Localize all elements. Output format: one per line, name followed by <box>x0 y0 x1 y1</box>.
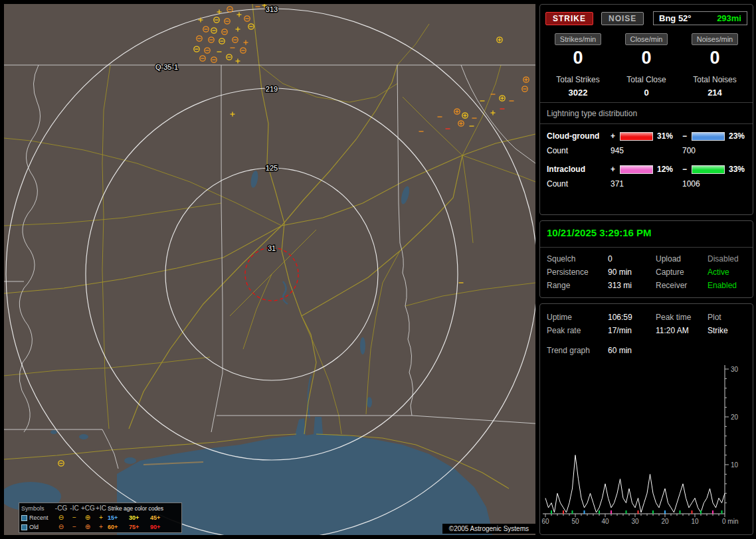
age-45: 45+ <box>150 513 174 522</box>
count-label: Count <box>547 146 611 155</box>
cg-positive-count: 945 <box>611 146 654 155</box>
bearing-label: Bng 52° <box>659 13 692 23</box>
upload-status: Disabled <box>708 252 746 266</box>
legend-old-label: Old <box>29 524 39 530</box>
neg-cg-symbol: ⊖ <box>54 513 68 522</box>
legend-symbols-header: Symbols <box>21 504 54 513</box>
intracloud-count-row: Count 371 1006 <box>540 177 753 191</box>
pos-ic-symbol: + <box>94 513 108 522</box>
upload-label: Upload <box>656 252 708 266</box>
squelch-label: Squelch <box>547 252 608 266</box>
settings-row-squelch: Squelch 0 Upload Disabled <box>540 252 753 266</box>
squelch-value: 0 <box>608 252 656 266</box>
ring-label-125: 125 <box>266 164 278 172</box>
noises-per-min-value: 0 <box>681 48 749 68</box>
peak-time-value: 11:20 AM <box>656 324 708 337</box>
noises-per-min-counter: Noises/min 0 Total Noises 214 <box>681 33 749 98</box>
status-row-uptime: Uptime 106:59 Peak time Plot <box>540 304 753 324</box>
noise-mode-button[interactable]: NOISE <box>601 12 644 25</box>
legend-row-recent: Recent ⊖ − ⊕ + 15+ 30+ 45+ <box>21 513 179 522</box>
peak-rate-value: 17/min <box>608 324 656 337</box>
range-value: 313 mi <box>608 279 656 292</box>
strikes-per-min-chip[interactable]: Strikes/min <box>555 33 601 45</box>
bearing-display: Bng 52° 293mi <box>653 11 747 25</box>
control-panel: STRIKE NOISE Bng 52° 293mi Strikes/min 0… <box>539 4 753 535</box>
settings-group: 10/21/2025 3:29:16 PM Squelch 0 Upload D… <box>539 220 753 298</box>
divider <box>540 247 753 248</box>
bearing-range: 293mi <box>717 13 741 23</box>
settings-row-persistence: Persistence 90 min Capture Active <box>540 266 753 279</box>
minus-sign: − <box>682 165 692 174</box>
copyright-notice: ©2005 Astrogenic Systems <box>442 524 535 534</box>
svg-text:60: 60 <box>541 518 549 525</box>
count-label: Count <box>547 179 611 189</box>
legend-col-pos-cg: +CG <box>81 504 94 513</box>
persistence-value: 90 min <box>608 266 656 279</box>
receiver-status: Enabled <box>708 279 746 292</box>
plus-sign: + <box>611 165 620 174</box>
cg-negative-count: 700 <box>682 146 726 155</box>
ic-positive-pct: 12% <box>654 165 682 174</box>
noises-per-min-chip[interactable]: Noises/min <box>692 33 738 45</box>
age-75: 75+ <box>129 522 150 532</box>
ic-negative-count: 1006 <box>682 179 726 189</box>
cg-negative-pct: 23% <box>726 131 746 141</box>
close-per-min-chip[interactable]: Close/min <box>625 33 668 45</box>
total-close-value: 0 <box>613 88 680 98</box>
map-canvas[interactable]: 313 219 125 31 Q-35-1 <box>4 4 535 535</box>
distribution-title: Lightning type distribution <box>540 108 753 119</box>
station-label: Q-35-1 <box>155 63 178 71</box>
neg-ic-symbol: − <box>68 513 81 522</box>
divider <box>540 123 753 124</box>
svg-text:10: 10 <box>731 461 739 469</box>
trend-group: Uptime 106:59 Peak time Plot Peak rate 1… <box>539 303 753 535</box>
plot-label: Plot <box>708 311 746 324</box>
persistence-label: Persistence <box>547 266 608 279</box>
capture-label: Capture <box>656 266 708 279</box>
close-per-min-value: 0 <box>613 48 680 68</box>
legend-col-neg-cg: -CG <box>54 504 68 513</box>
total-close-label: Total Close <box>613 75 680 84</box>
intracloud-label: Intracloud <box>547 165 611 174</box>
total-noises-value: 214 <box>681 88 749 98</box>
receiver-label: Receiver <box>656 279 708 292</box>
strike-stats-group: STRIKE NOISE Bng 52° 293mi Strikes/min 0… <box>539 4 753 215</box>
svg-text:10: 10 <box>691 518 699 525</box>
plot-type-value: Strike <box>708 324 746 337</box>
plus-sign: + <box>611 131 620 141</box>
peak-time-label: Peak time <box>656 311 708 324</box>
cg-negative-bar <box>692 132 725 141</box>
peak-rate-label: Peak rate <box>547 324 608 337</box>
svg-text:40: 40 <box>601 518 609 525</box>
ring-label-31: 31 <box>268 244 276 252</box>
svg-text:30: 30 <box>731 366 739 373</box>
intracloud-row: Intracloud + 12% − 33% <box>540 162 753 177</box>
trend-graph-label: Trend graph <box>547 344 608 357</box>
strikes-per-min-value: 0 <box>544 48 612 68</box>
strikes-per-min-counter: Strikes/min 0 Total Strikes 3022 <box>544 33 612 98</box>
cg-positive-bar <box>620 132 653 141</box>
trend-graph: 1020306050403020100 min <box>541 360 753 532</box>
capture-status: Active <box>708 266 746 279</box>
age-60: 60+ <box>108 522 129 532</box>
close-per-min-counter: Close/min 0 Total Close 0 <box>613 33 680 98</box>
ring-label-313: 313 <box>266 5 278 13</box>
settings-row-range: Range 313 mi Receiver Enabled <box>540 279 753 297</box>
pos-cg-symbol: ⊕ <box>81 513 94 522</box>
strike-mode-button[interactable]: STRIKE <box>545 12 593 25</box>
total-noises-label: Total Noises <box>681 75 749 84</box>
legend-col-pos-ic: +IC <box>94 504 108 513</box>
symbol-legend: Symbols -CG -IC +CG +IC Strike age color… <box>19 502 182 533</box>
lightning-map[interactable]: 313 219 125 31 Q-35-1 Symbols -CG -IC +C… <box>4 4 535 535</box>
datetime-display: 10/21/2025 3:29:16 PM <box>540 221 753 242</box>
minus-sign: − <box>682 131 692 141</box>
legend-age-header: Strike age color codes <box>108 504 174 513</box>
ring-label-219: 219 <box>266 85 278 93</box>
legend-old-swatch <box>21 524 27 530</box>
total-strikes-value: 3022 <box>544 88 612 98</box>
svg-text:30: 30 <box>631 518 639 525</box>
ic-positive-bar <box>620 165 653 174</box>
age-30: 30+ <box>129 513 150 522</box>
age-15: 15+ <box>108 513 129 522</box>
neg-cg-symbol: ⊖ <box>54 522 68 532</box>
